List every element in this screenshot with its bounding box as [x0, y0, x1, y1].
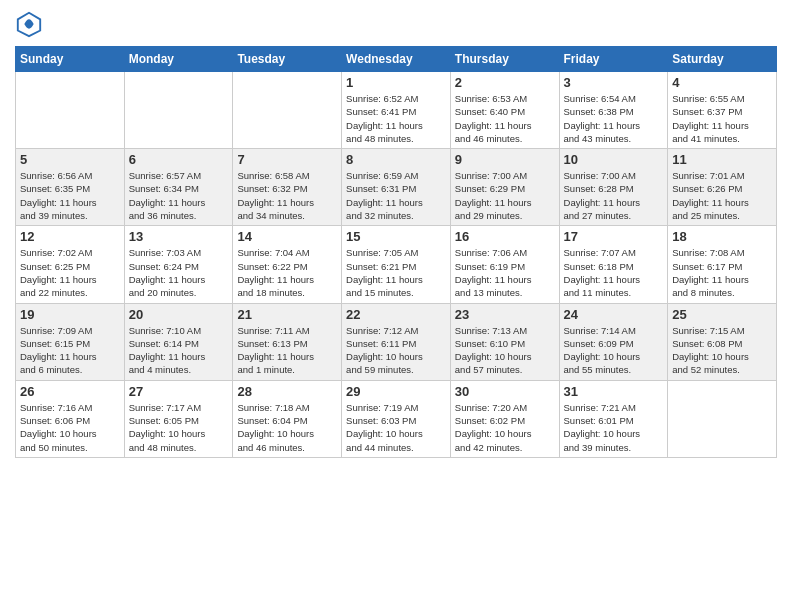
page: SundayMondayTuesdayWednesdayThursdayFrid… [0, 0, 792, 612]
calendar-cell: 16Sunrise: 7:06 AM Sunset: 6:19 PM Dayli… [450, 226, 559, 303]
logo [15, 10, 47, 38]
day-number: 11 [672, 152, 772, 167]
day-number: 2 [455, 75, 555, 90]
day-number: 31 [564, 384, 664, 399]
day-info: Sunrise: 6:57 AM Sunset: 6:34 PM Dayligh… [129, 169, 229, 222]
calendar-cell: 2Sunrise: 6:53 AM Sunset: 6:40 PM Daylig… [450, 72, 559, 149]
calendar-cell: 29Sunrise: 7:19 AM Sunset: 6:03 PM Dayli… [342, 380, 451, 457]
calendar-cell [233, 72, 342, 149]
calendar-table: SundayMondayTuesdayWednesdayThursdayFrid… [15, 46, 777, 458]
day-info: Sunrise: 7:00 AM Sunset: 6:29 PM Dayligh… [455, 169, 555, 222]
day-info: Sunrise: 7:03 AM Sunset: 6:24 PM Dayligh… [129, 246, 229, 299]
day-info: Sunrise: 7:00 AM Sunset: 6:28 PM Dayligh… [564, 169, 664, 222]
day-info: Sunrise: 7:09 AM Sunset: 6:15 PM Dayligh… [20, 324, 120, 377]
weekday-header-monday: Monday [124, 47, 233, 72]
day-number: 3 [564, 75, 664, 90]
calendar-cell: 4Sunrise: 6:55 AM Sunset: 6:37 PM Daylig… [668, 72, 777, 149]
calendar-cell: 25Sunrise: 7:15 AM Sunset: 6:08 PM Dayli… [668, 303, 777, 380]
calendar-cell [668, 380, 777, 457]
weekday-header-row: SundayMondayTuesdayWednesdayThursdayFrid… [16, 47, 777, 72]
day-number: 4 [672, 75, 772, 90]
day-info: Sunrise: 7:06 AM Sunset: 6:19 PM Dayligh… [455, 246, 555, 299]
day-number: 9 [455, 152, 555, 167]
day-info: Sunrise: 7:14 AM Sunset: 6:09 PM Dayligh… [564, 324, 664, 377]
day-number: 12 [20, 229, 120, 244]
day-number: 8 [346, 152, 446, 167]
calendar-cell: 7Sunrise: 6:58 AM Sunset: 6:32 PM Daylig… [233, 149, 342, 226]
calendar-cell: 18Sunrise: 7:08 AM Sunset: 6:17 PM Dayli… [668, 226, 777, 303]
weekday-header-friday: Friday [559, 47, 668, 72]
calendar-cell [124, 72, 233, 149]
day-info: Sunrise: 6:52 AM Sunset: 6:41 PM Dayligh… [346, 92, 446, 145]
day-info: Sunrise: 7:21 AM Sunset: 6:01 PM Dayligh… [564, 401, 664, 454]
logo-icon [15, 10, 43, 38]
day-info: Sunrise: 7:11 AM Sunset: 6:13 PM Dayligh… [237, 324, 337, 377]
weekday-header-saturday: Saturday [668, 47, 777, 72]
calendar-cell: 22Sunrise: 7:12 AM Sunset: 6:11 PM Dayli… [342, 303, 451, 380]
calendar-cell: 5Sunrise: 6:56 AM Sunset: 6:35 PM Daylig… [16, 149, 125, 226]
day-info: Sunrise: 6:54 AM Sunset: 6:38 PM Dayligh… [564, 92, 664, 145]
day-number: 5 [20, 152, 120, 167]
calendar-cell: 11Sunrise: 7:01 AM Sunset: 6:26 PM Dayli… [668, 149, 777, 226]
day-number: 16 [455, 229, 555, 244]
day-info: Sunrise: 7:10 AM Sunset: 6:14 PM Dayligh… [129, 324, 229, 377]
day-info: Sunrise: 7:15 AM Sunset: 6:08 PM Dayligh… [672, 324, 772, 377]
day-info: Sunrise: 7:12 AM Sunset: 6:11 PM Dayligh… [346, 324, 446, 377]
calendar-cell: 17Sunrise: 7:07 AM Sunset: 6:18 PM Dayli… [559, 226, 668, 303]
calendar-cell: 12Sunrise: 7:02 AM Sunset: 6:25 PM Dayli… [16, 226, 125, 303]
day-info: Sunrise: 7:05 AM Sunset: 6:21 PM Dayligh… [346, 246, 446, 299]
day-info: Sunrise: 7:19 AM Sunset: 6:03 PM Dayligh… [346, 401, 446, 454]
day-number: 7 [237, 152, 337, 167]
day-info: Sunrise: 6:53 AM Sunset: 6:40 PM Dayligh… [455, 92, 555, 145]
day-info: Sunrise: 6:59 AM Sunset: 6:31 PM Dayligh… [346, 169, 446, 222]
day-number: 28 [237, 384, 337, 399]
day-number: 29 [346, 384, 446, 399]
header [15, 10, 777, 38]
calendar-week-row: 1Sunrise: 6:52 AM Sunset: 6:41 PM Daylig… [16, 72, 777, 149]
day-number: 22 [346, 307, 446, 322]
calendar-cell: 14Sunrise: 7:04 AM Sunset: 6:22 PM Dayli… [233, 226, 342, 303]
calendar-cell: 23Sunrise: 7:13 AM Sunset: 6:10 PM Dayli… [450, 303, 559, 380]
day-number: 24 [564, 307, 664, 322]
weekday-header-wednesday: Wednesday [342, 47, 451, 72]
day-number: 30 [455, 384, 555, 399]
day-number: 14 [237, 229, 337, 244]
calendar-cell: 28Sunrise: 7:18 AM Sunset: 6:04 PM Dayli… [233, 380, 342, 457]
day-info: Sunrise: 7:02 AM Sunset: 6:25 PM Dayligh… [20, 246, 120, 299]
day-info: Sunrise: 7:13 AM Sunset: 6:10 PM Dayligh… [455, 324, 555, 377]
day-number: 10 [564, 152, 664, 167]
day-info: Sunrise: 7:20 AM Sunset: 6:02 PM Dayligh… [455, 401, 555, 454]
calendar-cell: 26Sunrise: 7:16 AM Sunset: 6:06 PM Dayli… [16, 380, 125, 457]
calendar-cell: 27Sunrise: 7:17 AM Sunset: 6:05 PM Dayli… [124, 380, 233, 457]
day-info: Sunrise: 7:04 AM Sunset: 6:22 PM Dayligh… [237, 246, 337, 299]
day-number: 26 [20, 384, 120, 399]
calendar-week-row: 5Sunrise: 6:56 AM Sunset: 6:35 PM Daylig… [16, 149, 777, 226]
day-number: 20 [129, 307, 229, 322]
calendar-cell: 9Sunrise: 7:00 AM Sunset: 6:29 PM Daylig… [450, 149, 559, 226]
calendar-cell: 21Sunrise: 7:11 AM Sunset: 6:13 PM Dayli… [233, 303, 342, 380]
calendar-cell: 20Sunrise: 7:10 AM Sunset: 6:14 PM Dayli… [124, 303, 233, 380]
weekday-header-sunday: Sunday [16, 47, 125, 72]
day-info: Sunrise: 7:08 AM Sunset: 6:17 PM Dayligh… [672, 246, 772, 299]
day-number: 23 [455, 307, 555, 322]
day-number: 25 [672, 307, 772, 322]
day-number: 15 [346, 229, 446, 244]
day-info: Sunrise: 7:17 AM Sunset: 6:05 PM Dayligh… [129, 401, 229, 454]
calendar-cell: 6Sunrise: 6:57 AM Sunset: 6:34 PM Daylig… [124, 149, 233, 226]
day-number: 27 [129, 384, 229, 399]
calendar-cell: 13Sunrise: 7:03 AM Sunset: 6:24 PM Dayli… [124, 226, 233, 303]
calendar-cell: 10Sunrise: 7:00 AM Sunset: 6:28 PM Dayli… [559, 149, 668, 226]
calendar-cell: 19Sunrise: 7:09 AM Sunset: 6:15 PM Dayli… [16, 303, 125, 380]
calendar-cell: 15Sunrise: 7:05 AM Sunset: 6:21 PM Dayli… [342, 226, 451, 303]
day-number: 21 [237, 307, 337, 322]
calendar-cell: 1Sunrise: 6:52 AM Sunset: 6:41 PM Daylig… [342, 72, 451, 149]
calendar-cell: 3Sunrise: 6:54 AM Sunset: 6:38 PM Daylig… [559, 72, 668, 149]
weekday-header-tuesday: Tuesday [233, 47, 342, 72]
day-info: Sunrise: 7:01 AM Sunset: 6:26 PM Dayligh… [672, 169, 772, 222]
weekday-header-thursday: Thursday [450, 47, 559, 72]
day-info: Sunrise: 6:55 AM Sunset: 6:37 PM Dayligh… [672, 92, 772, 145]
day-number: 13 [129, 229, 229, 244]
day-info: Sunrise: 6:56 AM Sunset: 6:35 PM Dayligh… [20, 169, 120, 222]
day-number: 6 [129, 152, 229, 167]
calendar-cell [16, 72, 125, 149]
